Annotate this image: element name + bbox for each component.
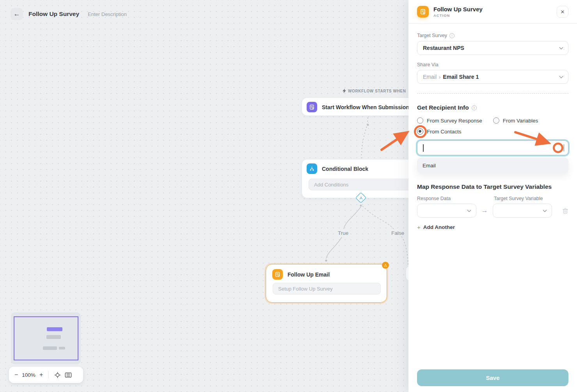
map-arrow-icon: → (476, 207, 493, 215)
add-conditions-input[interactable]: Add Conditions (309, 179, 422, 190)
trash-icon (562, 208, 568, 214)
breadcrumb-separator: › (439, 74, 440, 80)
radio-from-variables[interactable]: From Variables (493, 117, 538, 124)
mapping-heading: Map Response Data to Target Survey Varia… (417, 183, 568, 190)
response-data-label: Response Data (417, 196, 478, 201)
panel-header: Follow Up Survey ACTION ✕ (408, 0, 577, 24)
annotation-circle (553, 143, 563, 153)
panel-subtitle: ACTION (433, 13, 557, 18)
zoom-toolbar: − 100% + (9, 367, 83, 383)
recipient-options-row-2: From Contacts (417, 128, 568, 135)
close-icon[interactable]: ✕ (557, 6, 568, 18)
panel-title: Follow Up Survey (433, 6, 557, 12)
toolbar-divider (48, 371, 49, 379)
branch-false-label: False (391, 230, 404, 236)
locate-icon[interactable] (54, 372, 61, 378)
text-cursor (423, 144, 424, 152)
setup-followup-survey-input[interactable]: Setup Follow Up Survey (273, 283, 381, 294)
zoom-level: 100% (22, 372, 36, 378)
dashed-divider (417, 93, 568, 94)
minimap-node-trigger (47, 327, 62, 331)
delete-mapping-button[interactable] (562, 208, 568, 214)
info-icon: i (449, 33, 454, 38)
chevron-down-icon (559, 45, 563, 49)
canvas-header: ← Follow Up Survey Enter Description (11, 8, 127, 20)
save-button[interactable]: Save (417, 369, 568, 386)
target-survey-select[interactable]: Restaurant NPS (417, 41, 568, 55)
survey-doc-icon (307, 102, 317, 112)
fit-view-icon[interactable] (65, 372, 72, 378)
workflow-starts-when-label: WORKFLOW STARTS WHEN (343, 89, 406, 93)
radio-icon (417, 117, 423, 124)
radio-from-survey-response[interactable]: From Survey Response (417, 117, 482, 124)
annotation-circle (414, 125, 427, 138)
info-icon: i (472, 105, 477, 110)
share-via-prefix: Email (423, 74, 437, 80)
contact-search-input[interactable] (417, 140, 568, 155)
response-data-select[interactable] (417, 204, 476, 218)
target-variable-select[interactable] (493, 204, 552, 218)
radio-from-contacts[interactable]: From Contacts (417, 128, 462, 135)
followup-node-title: Follow Up Email (288, 271, 330, 278)
radio-icon (493, 117, 499, 124)
target-survey-label: Target Survey i (417, 33, 568, 38)
survey-doc-icon (272, 269, 283, 280)
plus-icon: + (417, 224, 421, 231)
minimap[interactable] (11, 312, 81, 364)
zoom-out-button[interactable]: − (14, 371, 18, 378)
followup-email-node[interactable]: ⚠ Follow Up Email Setup Follow Up Survey (266, 264, 387, 303)
target-variable-label: Target Survey Variable (494, 196, 554, 201)
back-button[interactable]: ← (11, 8, 23, 20)
lightning-icon (343, 89, 346, 93)
warning-icon: ⚠ (382, 262, 389, 269)
recipient-options-row-1: From Survey Response From Variables (417, 117, 568, 124)
chevron-down-icon (467, 208, 471, 212)
trigger-node-title: Start Workflow When Submission is co (322, 104, 423, 110)
workflow-description-placeholder[interactable]: Enter Description (88, 11, 127, 17)
share-via-select[interactable]: Email›Email Share 1 (417, 70, 568, 84)
action-config-panel: Follow Up Survey ACTION ✕ Target Survey … (408, 0, 577, 392)
share-via-label: Share Via (417, 62, 568, 67)
minimap-viewport[interactable] (14, 316, 78, 360)
contact-dropdown-list: Email (417, 158, 568, 173)
chevron-down-icon (559, 74, 563, 78)
add-another-button[interactable]: + Add Another (417, 224, 455, 231)
minimap-node-conditional (46, 335, 61, 339)
conditional-branch-icon (307, 163, 317, 174)
minimap-node-other (59, 347, 65, 349)
branch-true-label: True (338, 230, 348, 236)
target-survey-value: Restaurant NPS (423, 45, 560, 51)
chevron-down-icon (543, 208, 547, 212)
workflow-title: Follow Up Survey (28, 11, 79, 18)
radio-selected-icon (417, 128, 423, 135)
survey-doc-icon (417, 6, 429, 18)
share-via-value: Email Share 1 (443, 74, 479, 80)
minimap-node-followup (43, 346, 57, 350)
conditional-node-title: Conditional Block (322, 166, 368, 172)
dropdown-option-email[interactable]: Email (417, 158, 568, 173)
zoom-in-button[interactable]: + (39, 371, 43, 378)
get-recipient-info-heading: Get Recipient Info i (417, 104, 568, 111)
chevron-down-icon[interactable] (564, 144, 564, 151)
